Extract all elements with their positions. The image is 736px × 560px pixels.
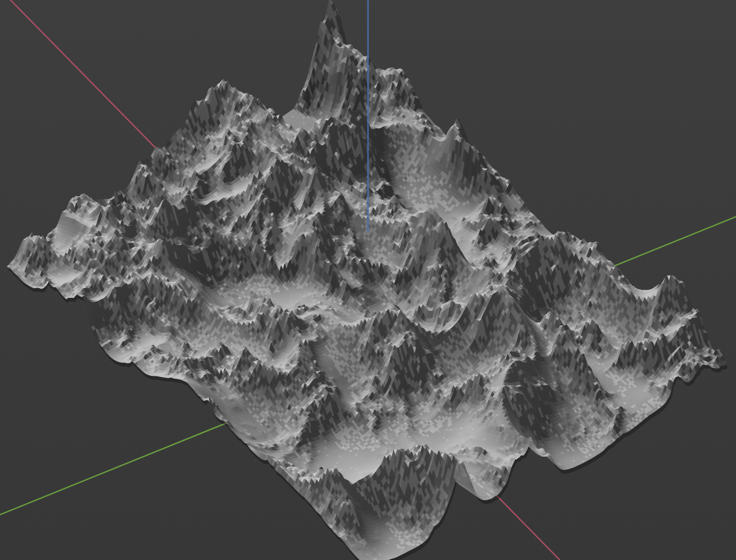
terrain-mesh[interactable] [0,0,736,560]
3d-viewport[interactable] [0,0,736,560]
